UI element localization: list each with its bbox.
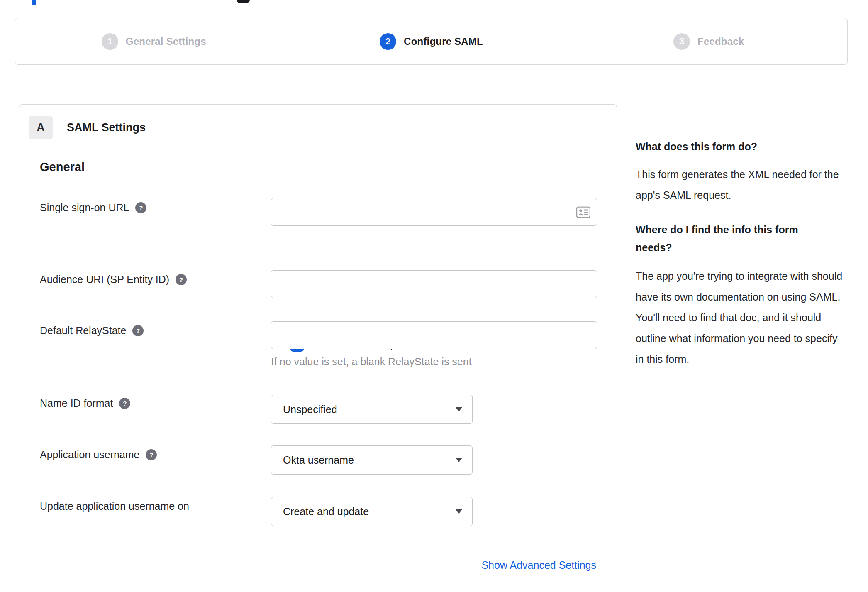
sso-url-input-wrap [271,198,597,226]
caret-down-icon [456,509,462,514]
app-username-label: Application username [40,449,139,461]
caret-down-icon [456,458,462,462]
app-username-help-icon[interactable]: ? [146,449,157,460]
section-title: SAML Settings [67,121,146,134]
sso-help-icon[interactable]: ? [135,202,146,213]
step-1-label: General Settings [126,36,206,47]
relay-state-helper-text: If no value is set, a blank RelayState i… [271,356,472,368]
relay-state-label-row: Default RelayState ? [40,325,144,337]
cropped-app-icon-fragment [237,0,250,3]
saml-settings-panel: A SAML Settings General Single sign-on U… [19,104,617,592]
relay-help-icon[interactable]: ? [132,325,144,336]
name-id-help-icon[interactable]: ? [119,398,130,409]
update-username-label-row: Update application username on [40,500,189,512]
cropped-logo-fragment-blue [32,0,36,5]
show-advanced-settings-link[interactable]: Show Advanced Settings [481,559,596,571]
step-3-badge: 3 [673,33,690,50]
app-username-select[interactable]: Okta username [271,445,473,475]
app-username-label-row: Application username ? [40,449,157,461]
update-username-value: Create and update [271,506,369,518]
sso-url-label-row: Single sign-on URL ? [40,202,146,214]
step-2-label: Configure SAML [404,36,483,47]
step-2-badge: 2 [380,33,396,50]
name-id-format-select[interactable]: Unspecified [271,395,473,424]
step-feedback[interactable]: 3 Feedback [570,18,847,64]
help-heading-where: Where do I find the info this form needs… [636,221,831,257]
relay-state-input[interactable] [271,321,597,349]
app-username-value: Okta username [271,454,354,466]
update-username-label: Update application username on [40,500,189,512]
section-a-badge: A [29,116,53,139]
help-body-where: The app you're trying to integrate with … [636,266,845,369]
sso-url-label: Single sign-on URL [40,202,129,214]
audience-help-icon[interactable]: ? [176,274,187,285]
caret-down-icon [456,407,462,411]
name-id-format-label: Name ID format [40,397,113,409]
audience-uri-input-wrap [271,270,597,298]
help-body-what: This form generates the XML needed for t… [636,164,845,205]
name-id-format-value: Unspecified [271,404,337,416]
wizard-stepper: 1 General Settings 2 Configure SAML 3 Fe… [15,18,848,65]
step-configure-saml[interactable]: 2 Configure SAML [293,18,570,64]
sso-url-input[interactable] [271,198,597,226]
audience-uri-label: Audience URI (SP Entity ID) [40,274,169,286]
step-1-badge: 1 [102,33,118,50]
step-3-label: Feedback [697,36,744,47]
audience-uri-input[interactable] [271,270,597,298]
name-id-format-label-row: Name ID format ? [40,397,130,409]
relay-state-label: Default RelayState [40,325,126,337]
help-heading-what: What does this form do? [636,138,757,156]
audience-uri-label-row: Audience URI (SP Entity ID) ? [40,274,187,286]
relay-state-input-wrap [271,321,597,349]
contact-card-icon [576,206,590,218]
step-general-settings[interactable]: 1 General Settings [15,18,293,64]
general-heading: General [40,160,85,174]
update-username-select[interactable]: Create and update [271,497,473,526]
